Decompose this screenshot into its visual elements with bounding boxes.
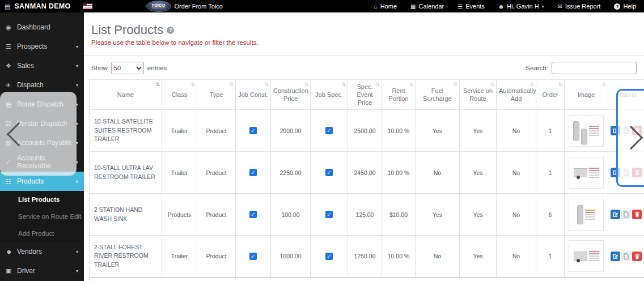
sidebar-item-sales[interactable]: ❖ Sales ▾ [0,56,84,75]
checkbox-checked[interactable]: ✓ [249,127,257,134]
entries-label: entries [147,65,167,71]
cell-type: Product [197,194,236,236]
order-from-toico-label[interactable]: Order From Toico [175,3,223,10]
sidebar-label: Sales [17,62,74,70]
page-size-select[interactable]: 50 [111,62,144,74]
nav-user-menu[interactable]: ☻ Hi, Gavin H ▾ [498,3,544,10]
sort-icon[interactable]: ⇅ [490,82,494,88]
delete-button[interactable] [632,210,642,219]
checkbox-checked[interactable]: ✓ [325,211,333,218]
calendar-icon: ▦ [410,3,416,10]
edit-button[interactable] [611,210,620,219]
col-header-job-spec[interactable]: Job Spec.⇅ [311,80,348,110]
home-icon: ⌂ [374,3,378,10]
col-header-rent-portion[interactable]: Rent Portion⇅ [382,80,416,110]
sidebar-item-dashboard[interactable]: ◉ Dashboard [0,18,84,37]
sidebar-item-vendors[interactable]: ☻ Vendors ▾ [0,242,84,261]
sort-icon[interactable]: ⇅ [601,82,606,88]
copy-button[interactable] [621,210,631,219]
sort-icon[interactable]: ⇅ [264,82,269,88]
col-header-order[interactable]: Order⇅ [536,80,565,110]
file-icon: ▤ [5,3,10,10]
cell-job-spec: ✓ [311,194,348,236]
cell-rent-portion: 10.00 % [382,110,416,152]
delete-button[interactable] [632,252,642,261]
thumb-spec-lines [589,251,599,261]
sidebar-subitem-add-product[interactable]: Add Product [0,225,84,242]
checkbox-checked[interactable]: ✓ [249,211,257,218]
sort-icon[interactable]: ⇅ [304,82,308,88]
sort-icon[interactable]: ⇅ [155,82,160,88]
sort-icon[interactable]: ⇅ [375,82,380,88]
col-header-spec-event-price[interactable]: Spec. Event Price⇅ [348,80,382,110]
cell-order: 6 [536,194,565,236]
checkbox-checked[interactable]: ✓ [249,253,257,260]
cell-job-const: ✓ [236,110,271,152]
top-nav-links: ⌂ Home ▦ Calendar ☰ Events ☻ Hi, Gavin H… [374,3,644,10]
table-row: 2-STALL FOREST RIVER RESTROOM TRAILER Tr… [90,236,644,278]
search-label: Search: [526,65,548,71]
col-header-class[interactable]: Class⇅ [162,80,197,110]
sort-icon[interactable]: ⇅ [409,82,413,88]
cell-construction-price: 2250.00 [271,152,311,194]
driver-truck-icon: ▣ [6,267,17,275]
col-header-image[interactable]: Image⇅ [565,80,608,110]
col-header-type[interactable]: Type⇅ [197,80,236,110]
edit-button[interactable] [611,252,620,261]
cell-rent-portion: $10.00 [382,194,416,236]
col-header-construction-price[interactable]: Construction Price⇅ [271,80,311,110]
sort-icon[interactable]: ⇅ [529,82,534,88]
toico-logo-area[interactable]: TOICO INDUSTRIES Order From Toico [146,1,223,12]
sort-icon[interactable]: ⇅ [229,82,234,88]
sort-icon[interactable]: ⇅ [453,82,457,88]
cell-order: 1 [536,110,565,152]
product-thumbnail[interactable] [569,157,604,189]
sidebar-subitem-service-on-route-edit[interactable]: Service on Route Edit [0,208,84,225]
cell-type: Product [197,110,236,152]
nav-issue-report[interactable]: ✉ Issue Report [558,3,601,10]
col-header-automatically-add[interactable]: Automatically Add⇅ [497,80,536,110]
checkbox-checked[interactable]: ✓ [325,253,333,260]
brand-area[interactable]: ▤ SANMAN DEMO [0,2,92,10]
cell-construction-price: 2000.00 [271,110,311,152]
search-input[interactable] [552,62,637,74]
page-help-icon[interactable]: ? [167,27,174,34]
col-header-fuel-surcharge[interactable]: Fuel Surcharge⇅ [416,80,460,110]
checkbox-checked[interactable]: ✓ [249,169,257,176]
nav-help[interactable]: ? Help [614,3,636,10]
sidebar-subitem-list-products[interactable]: List Products [0,191,84,208]
copy-button[interactable] [621,252,631,261]
col-label: Job Const. [238,91,268,98]
sort-icon[interactable]: ⇅ [341,82,346,88]
nav-events[interactable]: ☰ Events [457,3,485,10]
prospects-icon: ☰ [6,43,17,50]
sidebar-sublabel: Add Product [18,230,54,237]
us-flag-icon[interactable] [83,3,92,9]
cell-image [565,110,608,152]
table-row: 10-STALL ULTRA LAV RESTROOM TRAILER Trai… [90,152,644,194]
col-header-service-on-route[interactable]: Service on Route⇅ [460,80,497,110]
sort-icon[interactable]: ⇅ [558,82,562,88]
col-header-job-const[interactable]: Job Const.⇅ [236,80,271,110]
chevron-down-icon: ▾ [76,63,78,69]
cell-construction-price: 100.00 [271,194,311,236]
sidebar-item-driver[interactable]: ▣ Driver ▾ [0,261,84,280]
nav-calendar[interactable]: ▦ Calendar [410,3,444,10]
checkbox-checked[interactable]: ✓ [325,169,333,176]
nav-home[interactable]: ⌂ Home [374,3,397,10]
cell-rent-portion: 10.00 % [382,236,416,278]
show-label: Show [91,65,108,71]
col-label: Name [117,91,134,98]
chevron-down-icon: ▾ [76,179,78,184]
col-header-name[interactable]: Name⇅ [90,80,162,110]
product-thumbnail[interactable] [569,240,604,272]
brand-title: SANMAN DEMO [14,2,70,10]
sales-cart-icon: ❖ [6,62,17,70]
sidebar-item-prospects[interactable]: ☰ Prospects ▾ [0,37,84,56]
product-thumbnail[interactable] [569,199,604,231]
dashboard-icon: ◉ [6,24,17,31]
checkbox-checked[interactable]: ✓ [325,127,333,134]
sort-icon[interactable]: ⇅ [190,82,195,88]
cell-spec-event-price: 2500.00 [348,110,382,152]
product-thumbnail[interactable] [569,115,604,147]
